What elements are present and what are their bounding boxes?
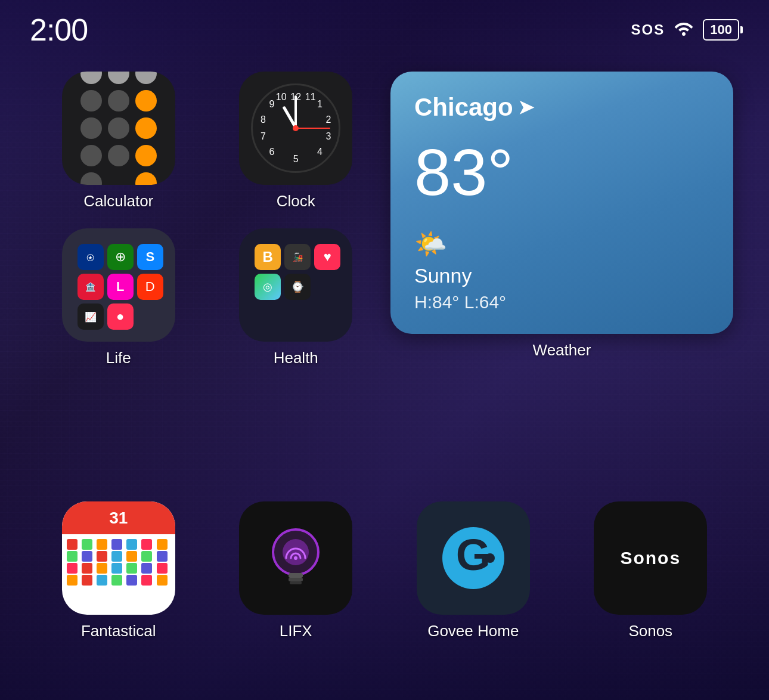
sun-icon: 🌤️ [414, 228, 709, 259]
govee-icon: G [417, 501, 530, 615]
life-label: Life [106, 349, 131, 367]
lifx-icon [239, 501, 352, 615]
app-grid: Calculator 12 1 2 3 4 5 6 7 8 9 10 11 [36, 72, 733, 385]
app-b-icon: B [255, 244, 281, 270]
svg-rect-4 [289, 573, 303, 578]
lifx-label: LIFX [280, 622, 312, 640]
lifx-app[interactable]: LIFX [213, 501, 379, 640]
sonos-label: Sonos [628, 622, 672, 640]
govee-app[interactable]: G Govee Home [390, 501, 556, 640]
wifi-icon [673, 20, 694, 40]
weather-card: Chicago ➤ 83° 🌤️ Sunny H:84° L:64° [390, 72, 733, 334]
life-folder-grid: ⍟ ⊕ S 🏦 L D 📈 ● [69, 236, 168, 334]
svg-point-3 [294, 556, 297, 560]
weather-label: Weather [533, 341, 591, 360]
weather-temperature: 83° [414, 140, 709, 205]
clock-label: Clock [277, 192, 315, 210]
health-folder-app[interactable]: B 🚂 ♥ ◎ ⌚ Health [213, 228, 379, 367]
svg-rect-6 [290, 581, 302, 584]
calculator-icon [62, 72, 175, 185]
weather-widget[interactable]: Chicago ➤ 83° 🌤️ Sunny H:84° L:64° Weath… [390, 72, 733, 367]
clock-minute-hand [294, 95, 297, 128]
playstation-icon: ⍟ [77, 244, 104, 270]
weather-details: 🌤️ Sunny H:84° L:64° [414, 228, 709, 312]
clock-second-hand [296, 128, 330, 129]
fantastical-app[interactable]: 31 [36, 501, 201, 640]
fantastical-icon: 31 [62, 501, 175, 615]
fantastical-calendar-grid [62, 534, 175, 615]
status-sos: SOS [631, 21, 665, 38]
lifx-bulb-svg [263, 519, 328, 597]
sonos-icon: Sonos [594, 501, 707, 615]
svg-point-2 [283, 539, 309, 565]
svg-rect-5 [289, 578, 303, 581]
secondary-stocks-icon: ● [107, 303, 134, 330]
weather-city: Chicago ➤ [414, 93, 709, 122]
clock-center-dot [293, 125, 299, 131]
xbox-icon: ⊕ [107, 244, 134, 270]
sonos-text: Sonos [620, 548, 681, 568]
calculator-label: Calculator [83, 192, 153, 210]
clock-icon: 12 1 2 3 4 5 6 7 8 9 10 11 [239, 72, 352, 185]
fantastical-header: 31 [62, 501, 175, 534]
shazam-icon: S [137, 244, 163, 270]
health-label: Health [274, 349, 318, 367]
life-folder-icon: ⍟ ⊕ S 🏦 L D 📈 ● [62, 228, 175, 342]
fitness-icon: ◎ [255, 274, 281, 300]
clock-face: 12 1 2 3 4 5 6 7 8 9 10 11 [251, 83, 340, 173]
sonos-app[interactable]: Sonos Sonos [568, 501, 734, 640]
doordash-icon: D [137, 274, 163, 300]
bofa-icon: 🏦 [77, 274, 104, 300]
watch-icon: ⌚ [284, 274, 311, 300]
clock-app[interactable]: 12 1 2 3 4 5 6 7 8 9 10 11 Clock [213, 72, 379, 210]
calculator-app[interactable]: Calculator [36, 72, 201, 210]
svg-point-9 [485, 553, 495, 563]
life-folder-app[interactable]: ⍟ ⊕ S 🏦 L D 📈 ● Life [36, 228, 201, 367]
health-folder-grid: B 🚂 ♥ ◎ ⌚ [246, 236, 345, 334]
status-time: 2:00 [30, 12, 88, 48]
train-icon: 🚂 [284, 244, 311, 270]
heart-icon: ♥ [314, 244, 340, 270]
weather-condition: Sunny [414, 264, 709, 287]
status-right: SOS 100 [631, 19, 739, 41]
lyft-icon: L [107, 274, 134, 300]
govee-label: Govee Home [427, 622, 519, 640]
health-folder-icon: B 🚂 ♥ ◎ ⌚ [239, 228, 352, 342]
status-bar: 2:00 SOS 100 [0, 0, 769, 48]
fantastical-label: Fantastical [81, 622, 156, 640]
fantastical-date-number: 31 [109, 509, 128, 528]
battery-indicator: 100 [703, 19, 739, 41]
govee-logo: G [438, 522, 509, 594]
weather-hilo: H:84° L:64° [414, 292, 709, 312]
stocks-icon: 📈 [77, 303, 104, 330]
calculator-grid [69, 72, 169, 185]
location-arrow-icon: ➤ [518, 96, 534, 119]
bottom-row: 31 [36, 501, 733, 640]
svg-text:G: G [456, 529, 491, 580]
